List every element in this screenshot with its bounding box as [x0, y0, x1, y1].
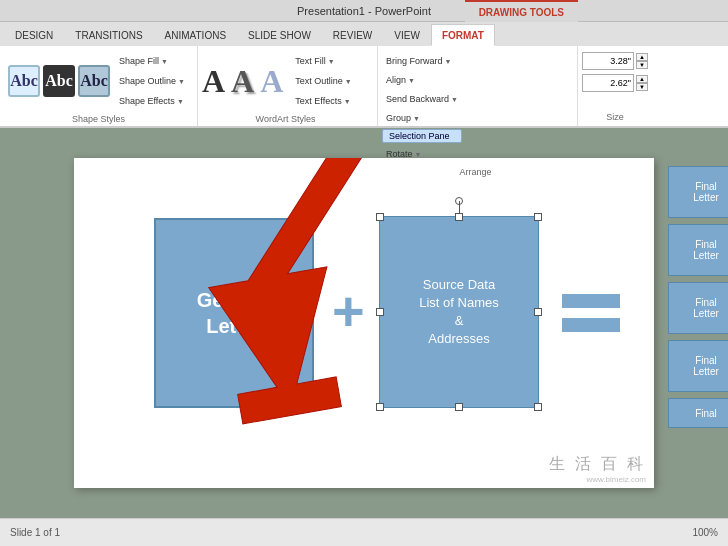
- tab-transitions[interactable]: TRANSITIONS: [64, 24, 153, 46]
- align-btn[interactable]: Align▼: [382, 71, 462, 89]
- send-backward-btn[interactable]: Send Backward▼: [382, 90, 462, 108]
- wordart-styles-group: A A A Text Fill▼ Text Outline▼ Text Effe…: [198, 46, 378, 126]
- wordart-styles-label: WordArt Styles: [202, 112, 369, 126]
- size-label: Size: [582, 110, 648, 124]
- tab-review[interactable]: REVIEW: [322, 24, 383, 46]
- arrange-label: Arrange: [382, 165, 569, 179]
- tab-slide-show[interactable]: SLIDE SHOW: [237, 24, 322, 46]
- shape-effects-btn[interactable]: Shape Effects▼: [115, 92, 189, 110]
- status-bar: Slide 1 of 1 100%: [0, 518, 728, 546]
- title-text: Presentation1 - PowerPoint: [297, 5, 431, 17]
- bring-forward-btn[interactable]: Bring Forward▼: [382, 52, 462, 70]
- plus-sign: +: [332, 278, 365, 343]
- watermark: 生 活 百 科 www.bimeiz.com: [549, 454, 646, 484]
- final-letter-2[interactable]: FinalLetter: [668, 224, 728, 276]
- final-letter-4[interactable]: FinalLetter: [668, 340, 728, 392]
- text-outline-btn[interactable]: Text Outline▼: [291, 72, 355, 90]
- zoom-level: 100%: [692, 527, 718, 538]
- drawing-tools-label: DRAWING TOOLS: [465, 0, 578, 22]
- shape-styles-group: Abc Abc Abc Shape Fill▼ Shape Outline▼ S…: [4, 46, 198, 126]
- watermark-url: www.bimeiz.com: [586, 475, 646, 484]
- wordart-A-1[interactable]: A: [202, 63, 225, 100]
- final-letter-3[interactable]: FinalLetter: [668, 282, 728, 334]
- text-fill-btn[interactable]: Text Fill▼: [291, 52, 355, 70]
- height-up-btn[interactable]: ▲: [636, 53, 648, 61]
- equals-sign: [562, 294, 620, 332]
- size-group: ▲ ▼ ▲ ▼ Size: [578, 46, 656, 126]
- slide-info: Slide 1 of 1: [10, 527, 60, 538]
- text-effects-btn[interactable]: Text Effects▼: [291, 92, 355, 110]
- final-letter-5[interactable]: Final: [668, 398, 728, 428]
- source-data-box[interactable]: Source DataList of Names&Addresses: [379, 216, 539, 408]
- width-down-btn[interactable]: ▼: [636, 83, 648, 91]
- final-letters-column: FinalLetter FinalLetter FinalLetter Fina…: [668, 158, 728, 488]
- shape-outline-btn[interactable]: Shape Outline▼: [115, 72, 189, 90]
- rotate-btn[interactable]: Rotate▼: [382, 145, 462, 163]
- shape-style-btn-1[interactable]: Abc: [8, 65, 40, 97]
- selection-pane-btn[interactable]: Selection Pane: [382, 129, 462, 143]
- generic-letter-text: GenericLetter: [197, 287, 271, 339]
- watermark-chinese: 生 活 百 科: [549, 454, 646, 475]
- generic-letter-box[interactable]: GenericLetter: [154, 218, 314, 408]
- slide-canvas: GenericLetter + Source DataList of Names…: [74, 158, 654, 488]
- tab-view[interactable]: VIEW: [383, 24, 431, 46]
- tab-design[interactable]: DESIGN: [4, 24, 64, 46]
- shape-fill-btn[interactable]: Shape Fill▼: [115, 52, 189, 70]
- tab-animations[interactable]: ANIMATIONS: [154, 24, 237, 46]
- tab-format[interactable]: FORMAT: [431, 24, 495, 46]
- shape-style-btn-3[interactable]: Abc: [78, 65, 110, 97]
- wordart-A-2[interactable]: A: [231, 63, 254, 100]
- width-up-btn[interactable]: ▲: [636, 75, 648, 83]
- final-letter-1[interactable]: FinalLetter: [668, 166, 728, 218]
- group-btn[interactable]: Group▼: [382, 109, 462, 127]
- shape-styles-label: Shape Styles: [8, 112, 189, 126]
- wordart-A-3[interactable]: A: [260, 63, 283, 100]
- height-input[interactable]: [582, 52, 634, 70]
- shape-style-btn-2[interactable]: Abc: [43, 65, 75, 97]
- height-down-btn[interactable]: ▼: [636, 61, 648, 69]
- arrange-group: Bring Forward▼ Align▼ Send Backward▼ Gro…: [378, 46, 578, 126]
- width-input[interactable]: [582, 74, 634, 92]
- source-data-text: Source DataList of Names&Addresses: [415, 272, 502, 353]
